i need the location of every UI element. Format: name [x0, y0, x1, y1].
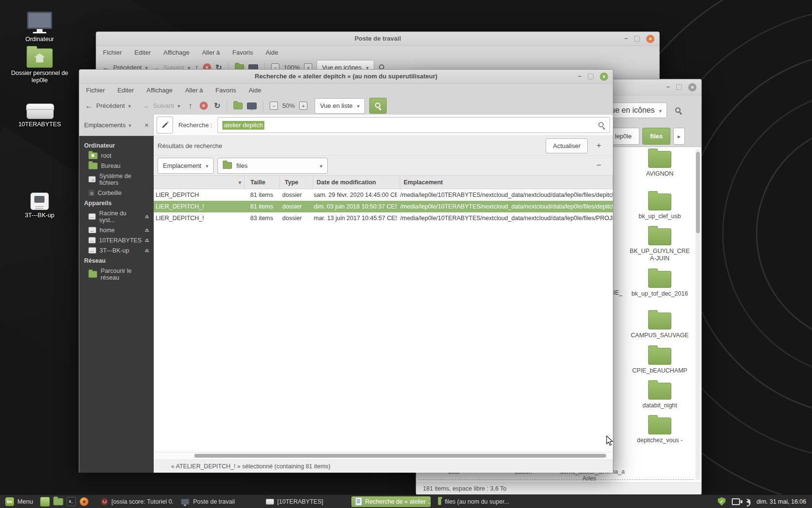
menu-aide[interactable]: Aide	[265, 49, 278, 56]
display-tray-icon[interactable]	[732, 498, 740, 505]
refresh-button[interactable]	[214, 101, 220, 110]
sidebar-item-racine[interactable]: Racine du syst...	[79, 208, 154, 225]
taskbar-window-ossia[interactable]: [ossia score: Tutoriel 0...	[97, 496, 173, 507]
system-tray: dim. 31 mai, 16:06	[718, 497, 809, 506]
back-button[interactable]: Précédent	[85, 102, 131, 110]
maximize-button[interactable]	[634, 36, 640, 42]
menu-button[interactable]: lm Menu	[3, 497, 36, 506]
table-row-selected[interactable]: LIER_DEPITCH_! 81 items dossier dim. 03 …	[154, 201, 613, 212]
close-button[interactable]	[646, 35, 654, 43]
taskbar-window-poste[interactable]: Poste de travail	[176, 496, 241, 507]
column-header-emplacement[interactable]: Emplacement	[400, 176, 613, 189]
table-row[interactable]: LIER_DEPITCH 81 items dossier sam. 29 fé…	[154, 189, 613, 201]
forward-button[interactable]: Suivant	[142, 102, 180, 110]
maximize-button[interactable]	[676, 84, 682, 90]
menu-editer[interactable]: Editer	[117, 87, 134, 94]
column-header-taille[interactable]: Taille	[245, 176, 280, 189]
eject-icon[interactable]	[145, 215, 149, 218]
titlebar[interactable]: Recherche de « atelier depitch » (au nom…	[79, 70, 613, 84]
home-button[interactable]	[233, 103, 243, 109]
chevron-down-icon[interactable]	[129, 121, 131, 129]
table-row[interactable]: LIER_DEPITCH_! 83 items dossier mar. 13 …	[154, 212, 613, 224]
taskbar-window-recherche-active[interactable]: Recherche de « atelier ...	[351, 496, 431, 507]
close-button[interactable]	[600, 73, 608, 81]
sidebar-item-10terabytes[interactable]: 10TERABYTES	[79, 235, 154, 245]
eject-icon[interactable]	[145, 239, 149, 242]
menu-aide[interactable]: Aide	[248, 87, 261, 94]
close-button[interactable]	[688, 83, 696, 91]
folder-icon	[648, 348, 671, 365]
folder-item[interactable]: BK_UP_GUYLN_CREA-JUIN	[624, 228, 696, 262]
files-launcher-icon[interactable]	[40, 497, 50, 507]
sidebar-close-icon[interactable]	[145, 121, 148, 129]
folder-item[interactable]: depitchez_vous -	[624, 418, 696, 444]
maximize-button[interactable]	[588, 74, 594, 79]
minimize-button[interactable]	[578, 74, 581, 79]
search-go-button[interactable]	[369, 98, 387, 114]
breadcrumb-files[interactable]: files	[642, 128, 670, 145]
filter-location-dropdown[interactable]: files	[218, 158, 328, 174]
folder-item[interactable]: bk_up_clef_usb	[624, 194, 696, 220]
view-mode-dropdown[interactable]: Vue en liste	[315, 98, 365, 114]
sidebar-item-systeme[interactable]: Système de fichiers	[79, 171, 154, 188]
folder-item[interactable]: AVIGNON	[624, 151, 696, 178]
sidebar-item-parcourir-reseau[interactable]: Parcourir le réseau	[79, 266, 154, 283]
eject-icon[interactable]	[145, 249, 149, 252]
sidebar-item-corbeille[interactable]: Corbeille	[79, 188, 154, 198]
sidebar-item-3t-bk-up[interactable]: 3T---BK-up	[79, 245, 154, 255]
taskbar-window-10terabytes[interactable]: [10TERABYTES]	[262, 496, 329, 507]
minimize-button[interactable]	[624, 36, 628, 41]
search-input[interactable]: atelier depitch	[218, 117, 610, 133]
sidebar-item-bureau[interactable]: Bureau	[79, 161, 154, 171]
folder-item[interactable]: CAMPUS_SAUVAGE	[624, 313, 696, 339]
sidebar-header-label[interactable]: Emplacements	[84, 121, 126, 129]
up-button[interactable]	[188, 102, 192, 110]
menu-affichage[interactable]: Affichage	[163, 49, 189, 56]
titlebar[interactable]: Poste de travail	[96, 32, 659, 46]
minimize-button[interactable]	[666, 85, 670, 90]
desktop-icon-10terabytes[interactable]: 10TERABYTES	[10, 104, 70, 128]
column-header-type[interactable]: Type	[280, 176, 313, 189]
desktop-icon-home-folder[interactable]: Dossier personnel de lep0le	[10, 45, 70, 84]
add-filter-button[interactable]: +	[596, 141, 601, 150]
column-header-name[interactable]	[154, 176, 245, 189]
menu-affichage[interactable]: Affichage	[146, 87, 173, 94]
menu-aller-a[interactable]: Aller à	[185, 87, 203, 94]
remove-filter-button[interactable]: −	[596, 161, 601, 170]
update-shield-icon[interactable]	[718, 497, 725, 506]
edit-search-button[interactable]	[157, 117, 173, 134]
filter-criterion-dropdown[interactable]: Emplacement	[158, 158, 214, 174]
sidebar-item-root[interactable]: root	[79, 150, 154, 161]
folder-item[interactable]: bk_up_tof_dec_2016	[624, 271, 696, 298]
menu-fichier[interactable]: Fichier	[86, 87, 105, 94]
folder-item[interactable]: databit_night	[624, 383, 696, 409]
stop-button[interactable]	[200, 102, 208, 110]
menu-editer[interactable]: Editer	[134, 49, 151, 56]
clock[interactable]: dim. 31 mai, 16:06	[756, 498, 806, 505]
firefox-launcher-icon[interactable]	[80, 497, 88, 506]
vertical-scrollbar[interactable]	[696, 149, 700, 480]
zoom-in-button[interactable]: +	[299, 102, 307, 110]
volume-icon[interactable]	[746, 499, 750, 504]
desktop-icon-3t-bk-up[interactable]: 3T---BK-up	[10, 193, 70, 219]
zoom-out-button[interactable]: −	[270, 102, 278, 110]
menu-fichier[interactable]: Fichier	[103, 49, 122, 56]
folder-item[interactable]: CPIE_bEAUCHAMP	[624, 348, 696, 374]
horizontal-scrollbar[interactable]	[154, 452, 613, 460]
scrollbar-thumb[interactable]	[194, 454, 606, 458]
sidebar-item-home[interactable]: home	[79, 225, 154, 235]
column-header-date[interactable]: Date de modification	[313, 176, 400, 189]
eject-icon[interactable]	[145, 228, 149, 232]
taskbar-window-files[interactable]: files (au nom du super...	[434, 496, 513, 507]
refresh-results-button[interactable]: Actualiser	[546, 138, 588, 153]
menu-favoris[interactable]: Favoris	[216, 87, 236, 94]
menu-aller-a[interactable]: Aller à	[202, 49, 220, 56]
computer-button[interactable]	[247, 103, 257, 109]
desktop-icon-ordinateur[interactable]: Ordinateur	[10, 12, 70, 43]
breadcrumb-more-button[interactable]	[673, 128, 685, 145]
search-icon[interactable]	[675, 107, 682, 114]
folder-launcher-icon[interactable]	[53, 498, 63, 505]
terminal-launcher-icon[interactable]: $_	[67, 497, 76, 506]
scrollbar-thumb[interactable]	[696, 152, 700, 233]
menu-favoris[interactable]: Favoris	[232, 49, 253, 56]
